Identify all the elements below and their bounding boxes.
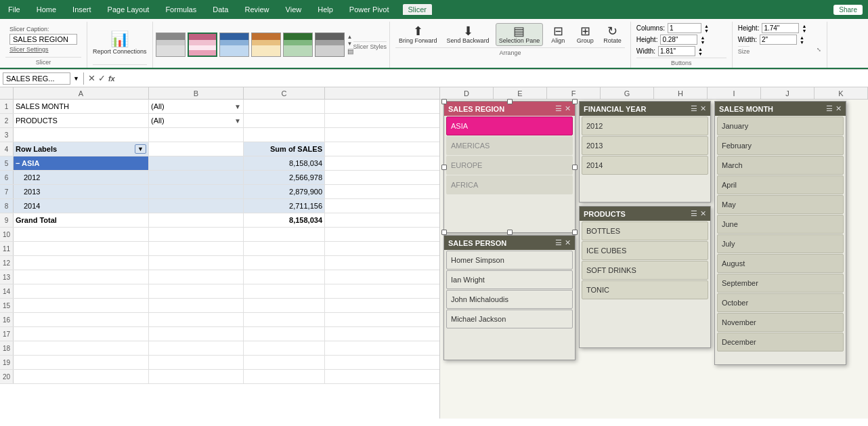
- slicer-settings-link[interactable]: Slicer Settings: [9, 46, 77, 53]
- cell-c11[interactable]: [244, 242, 325, 255]
- menu-power-pivot[interactable]: Power Pivot: [347, 4, 392, 15]
- cell-b9[interactable]: [149, 213, 244, 227]
- group-btn[interactable]: ⊞ Group: [573, 23, 597, 46]
- menu-formulas[interactable]: Formulas: [162, 4, 199, 15]
- row-num-16[interactable]: 16: [0, 313, 14, 326]
- slicer-item-march[interactable]: March: [717, 156, 844, 175]
- handle-bc[interactable]: [507, 230, 513, 235]
- handle-tc[interactable]: [507, 99, 513, 104]
- col-header-d[interactable]: D: [440, 87, 494, 99]
- sm-clear-icon[interactable]: ✕: [836, 104, 842, 113]
- col-header-a[interactable]: A: [14, 87, 149, 99]
- cell-a16[interactable]: [14, 313, 149, 326]
- size-height-input[interactable]: [762, 23, 799, 33]
- sp-clear-icon[interactable]: ✕: [565, 238, 571, 247]
- sp-multiselect-icon[interactable]: ☰: [555, 238, 562, 247]
- row-num-4[interactable]: 4: [0, 142, 14, 156]
- slicer-item-november[interactable]: November: [717, 313, 844, 332]
- row-num-18[interactable]: 18: [0, 341, 14, 355]
- col-header-g[interactable]: G: [601, 87, 654, 99]
- cell-c3[interactable]: [244, 128, 325, 142]
- cell-b16[interactable]: [149, 313, 244, 326]
- btn-width-spinner[interactable]: ▲▼: [698, 47, 703, 56]
- cell-b8[interactable]: [149, 199, 244, 213]
- align-btn[interactable]: ⊟ Align: [546, 23, 570, 46]
- cell-c17[interactable]: [244, 327, 325, 341]
- cell-b15[interactable]: [149, 299, 244, 312]
- fy-multiselect-icon[interactable]: ☰: [691, 104, 697, 113]
- cell-a6[interactable]: 2012: [14, 171, 149, 184]
- cell-b13[interactable]: [149, 270, 244, 284]
- cell-c1[interactable]: [244, 100, 325, 113]
- slicer-style-4[interactable]: [251, 33, 281, 57]
- slicer-item-april[interactable]: April: [717, 175, 844, 194]
- cell-a9[interactable]: Grand Total: [14, 213, 149, 227]
- cell-b5[interactable]: [149, 156, 244, 170]
- cell-c6[interactable]: 2,566,978: [244, 171, 325, 184]
- slicer-sales-region[interactable]: SALES REGION ☰ ✕ ASIA AMERICAS EUROPE AF…: [443, 101, 576, 233]
- slicer-item-february[interactable]: February: [717, 136, 844, 155]
- size-height-spinner[interactable]: ▲▼: [802, 24, 806, 33]
- slicer-sales-person[interactable]: SALES PERSON ☰ ✕ Homer Simpson Ian Wrigh…: [443, 235, 576, 360]
- col-header-c[interactable]: C: [244, 87, 325, 99]
- size-width-spinner[interactable]: ▲▼: [800, 35, 804, 45]
- row-num-11[interactable]: 11: [0, 242, 14, 255]
- row-num-8[interactable]: 8: [0, 199, 14, 213]
- cell-c14[interactable]: [244, 284, 325, 298]
- btn-height-input[interactable]: [660, 35, 697, 45]
- cell-b18[interactable]: [149, 341, 244, 355]
- slicer-sales-month[interactable]: SALES MONTH ☰ ✕ January February March A…: [714, 101, 846, 365]
- cell-b12[interactable]: [149, 256, 244, 270]
- handle-mr[interactable]: [572, 165, 578, 170]
- cell-c9[interactable]: 8,158,034: [244, 213, 325, 227]
- col-header-i[interactable]: I: [708, 87, 761, 99]
- cell-a4[interactable]: Row Labels ▼: [14, 142, 149, 156]
- handle-bl[interactable]: [441, 230, 447, 235]
- size-expand-icon[interactable]: ⤡: [817, 47, 821, 53]
- slicer-style-2[interactable]: [188, 33, 217, 57]
- cell-a19[interactable]: [14, 356, 149, 369]
- row-num-10[interactable]: 10: [0, 228, 14, 241]
- sm-multiselect-icon[interactable]: ☰: [826, 104, 833, 113]
- cell-c20[interactable]: [244, 370, 325, 383]
- cell-a18[interactable]: [14, 341, 149, 355]
- cell-c7[interactable]: 2,879,900: [244, 185, 325, 198]
- btn-width-input[interactable]: [658, 46, 695, 56]
- menu-review[interactable]: Review: [242, 4, 272, 15]
- active-tab[interactable]: Slicer: [403, 4, 433, 15]
- slicer-style-5[interactable]: [283, 33, 313, 57]
- rotate-btn[interactable]: ↻ Rotate: [600, 23, 625, 46]
- handle-tl[interactable]: [441, 99, 447, 104]
- row-num-19[interactable]: 19: [0, 356, 14, 369]
- cell-a3[interactable]: [14, 128, 149, 142]
- slicer-products[interactable]: PRODUCTS ☰ ✕ BOTTLES ICE CUBES SOFT DRIN…: [579, 206, 711, 348]
- cell-b10[interactable]: [149, 228, 244, 241]
- slicer-item-tonic[interactable]: TONIC: [582, 280, 708, 299]
- filter-btn-4[interactable]: ▼: [135, 144, 146, 154]
- slicer-style-6[interactable]: [315, 33, 345, 57]
- slicer-caption-input[interactable]: [9, 34, 77, 45]
- name-box[interactable]: [3, 72, 70, 85]
- slicer-item-bottles[interactable]: BOTTLES: [582, 221, 708, 240]
- slicer-item-2012[interactable]: 2012: [582, 116, 708, 135]
- slicer-item-december[interactable]: December: [717, 333, 844, 352]
- dropdown-icon-b1[interactable]: ▼: [234, 103, 241, 110]
- slicer-item-homer[interactable]: Homer Simpson: [446, 251, 573, 270]
- cell-b19[interactable]: [149, 356, 244, 369]
- col-header-f[interactable]: F: [547, 87, 601, 99]
- cell-b20[interactable]: [149, 370, 244, 383]
- slicer-clear-icon[interactable]: ✕: [565, 104, 571, 113]
- col-header-e[interactable]: E: [494, 87, 547, 99]
- fy-clear-icon[interactable]: ✕: [700, 104, 706, 113]
- cell-c5[interactable]: 8,158,034: [244, 156, 325, 170]
- menu-insert[interactable]: Insert: [70, 4, 94, 15]
- cell-a13[interactable]: [14, 270, 149, 284]
- slicer-item-americas[interactable]: AMERICAS: [446, 136, 573, 155]
- cell-c8[interactable]: 2,711,156: [244, 199, 325, 213]
- pr-multiselect-icon[interactable]: ☰: [691, 209, 697, 218]
- slicer-item-may[interactable]: May: [717, 195, 844, 214]
- slicer-item-august[interactable]: August: [717, 254, 844, 273]
- cell-c2[interactable]: [244, 114, 325, 127]
- send-backward-btn[interactable]: ⬇ Send Backward: [443, 23, 493, 46]
- menu-data[interactable]: Data: [210, 4, 231, 15]
